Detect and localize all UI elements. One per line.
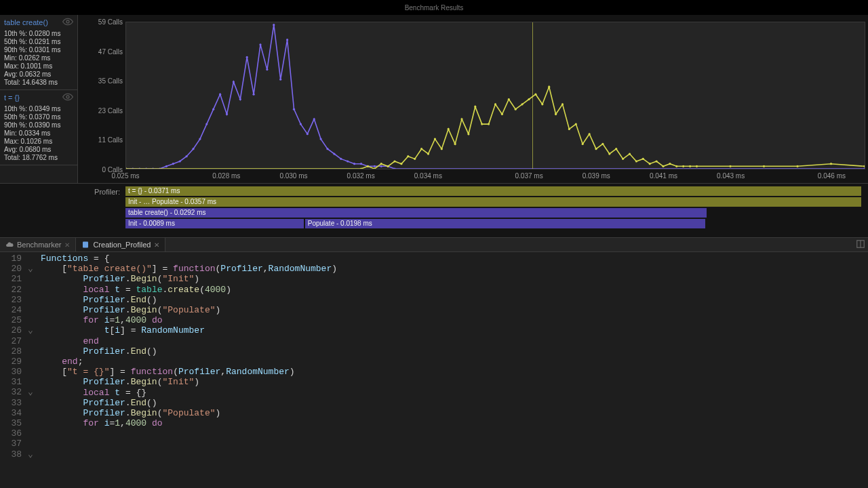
profiler-bar[interactable]: Init - 0.0089 ms xyxy=(125,219,304,228)
code-line[interactable]: Profiler.Begin("Init") xyxy=(41,377,868,387)
code-line[interactable]: Profiler.Begin("Populate") xyxy=(41,305,868,315)
fold-toggle[interactable]: ⌄ xyxy=(26,325,35,336)
svg-point-84 xyxy=(622,158,624,160)
x-tick: 0.030 ms xyxy=(279,172,307,180)
benchmark-panel: table create() 10th %: 0.0280 ms 50th %:… xyxy=(0,15,868,183)
code-editor[interactable]: 1920212223242526272829303132333435363738… xyxy=(0,252,868,488)
svg-point-68 xyxy=(515,108,517,110)
svg-point-0 xyxy=(66,20,69,23)
tab-label: Creation_Profiled xyxy=(93,241,151,249)
close-icon[interactable]: ✕ xyxy=(64,241,70,249)
svg-point-62 xyxy=(474,106,476,108)
profiler-bar[interactable]: t = {} - 0.0371 ms xyxy=(125,186,861,196)
chart-plot-area[interactable] xyxy=(125,22,865,169)
svg-point-90 xyxy=(662,165,664,167)
svg-point-60 xyxy=(460,118,462,120)
profiler-label: Profiler: xyxy=(0,184,125,237)
code-line[interactable]: local t = {} xyxy=(41,388,868,398)
svg-point-33 xyxy=(333,152,335,155)
svg-point-45 xyxy=(360,167,362,169)
svg-point-52 xyxy=(407,155,409,157)
svg-point-77 xyxy=(575,123,577,125)
svg-point-92 xyxy=(675,165,677,167)
stat-line: 10th %: 0.0349 ms xyxy=(4,105,73,113)
profiler-bars[interactable]: t = {} - 0.0371 msInit - … Populate - 0.… xyxy=(125,184,868,237)
svg-point-83 xyxy=(615,148,617,150)
split-editor-icon[interactable] xyxy=(856,239,865,250)
code-line[interactable]: t[i] = RandomNumber xyxy=(41,325,868,336)
svg-point-44 xyxy=(126,167,127,169)
y-axis: 0 Calls11 Calls23 Calls35 Calls47 Calls5… xyxy=(92,22,125,169)
code-line[interactable]: local t = table.create(4000) xyxy=(41,285,868,295)
fold-toggle[interactable]: ⌄ xyxy=(26,387,35,397)
svg-point-74 xyxy=(555,113,557,115)
svg-point-36 xyxy=(353,163,355,165)
code-line[interactable]: Profiler.Begin("Populate") xyxy=(41,408,868,418)
svg-point-43 xyxy=(863,167,865,169)
svg-point-75 xyxy=(561,103,564,105)
svg-point-22 xyxy=(259,43,261,45)
histogram-chart[interactable]: 0 Calls11 Calls23 Calls35 Calls47 Calls5… xyxy=(78,15,868,183)
svg-point-72 xyxy=(541,103,543,105)
code-line[interactable]: Functions = { xyxy=(41,253,868,264)
code-line[interactable]: Profiler.End() xyxy=(41,398,868,408)
y-tick: 11 Calls xyxy=(98,136,123,144)
profiler-bar[interactable]: Init - … Populate - 0.0357 ms xyxy=(125,197,861,207)
code-area[interactable]: Functions = { ["table create()"] = funct… xyxy=(35,252,868,488)
svg-point-14 xyxy=(205,123,208,125)
svg-point-13 xyxy=(199,138,201,140)
svg-point-24 xyxy=(273,24,275,26)
y-tick: 47 Calls xyxy=(98,47,123,55)
code-line[interactable]: end; xyxy=(41,357,868,367)
fold-toggle[interactable]: ⌄ xyxy=(26,264,35,274)
y-tick: 23 Calls xyxy=(98,106,123,114)
code-line[interactable]: ["table create()"] = function(Profiler,R… xyxy=(41,264,868,274)
svg-point-69 xyxy=(521,103,524,105)
svg-point-27 xyxy=(293,108,295,110)
code-line[interactable]: Profiler.Begin("Init") xyxy=(41,274,868,284)
x-tick: 0.028 ms xyxy=(212,172,240,180)
svg-point-53 xyxy=(414,158,416,160)
editor-tab[interactable]: Benchmarker✕ xyxy=(0,238,76,251)
stat-title[interactable]: table create() xyxy=(4,18,48,26)
code-line[interactable]: Profiler.End() xyxy=(41,295,868,305)
svg-point-64 xyxy=(488,123,490,125)
fold-gutter[interactable]: ⌄⌄⌄⌄ xyxy=(26,252,35,488)
visibility-icon[interactable] xyxy=(62,92,73,104)
code-line[interactable]: for i=1,4000 do xyxy=(41,315,868,325)
visibility-icon[interactable] xyxy=(62,16,73,28)
svg-point-37 xyxy=(360,163,362,165)
code-line[interactable]: Profiler.End() xyxy=(41,346,868,357)
svg-point-42 xyxy=(393,167,395,169)
stat-line: Total: 18.7762 ms xyxy=(4,154,73,162)
svg-point-57 xyxy=(441,148,443,150)
close-icon[interactable]: ✕ xyxy=(154,241,159,249)
svg-point-17 xyxy=(226,113,228,115)
svg-point-51 xyxy=(400,163,402,165)
profiler-bar[interactable]: Populate - 0.0198 ms xyxy=(305,219,705,228)
svg-point-39 xyxy=(374,165,376,167)
stat-title[interactable]: t = {} xyxy=(4,94,20,102)
stat-line: 90th %: 0.0390 ms xyxy=(4,121,73,129)
code-line[interactable]: end xyxy=(41,336,868,346)
svg-point-66 xyxy=(501,113,503,115)
svg-point-94 xyxy=(689,165,691,167)
svg-point-28 xyxy=(300,123,302,125)
editor-tab[interactable]: Creation_Profiled✕ xyxy=(76,238,165,251)
svg-point-9 xyxy=(172,163,174,165)
chart-cursor[interactable] xyxy=(532,22,533,169)
profiler-bar[interactable]: table create() - 0.0292 ms xyxy=(125,208,707,218)
code-line[interactable]: ["t = {}"] = function(Profiler,RandomNum… xyxy=(41,367,868,377)
code-line[interactable]: for i=1,4000 do xyxy=(41,418,868,428)
stat-line: 50th %: 0.0370 ms xyxy=(4,113,73,121)
series-line xyxy=(126,25,865,169)
fold-toggle[interactable]: ⌄ xyxy=(26,449,35,460)
svg-point-58 xyxy=(448,128,450,130)
svg-point-48 xyxy=(380,163,382,165)
svg-point-16 xyxy=(219,94,221,96)
svg-point-32 xyxy=(326,148,328,150)
svg-point-89 xyxy=(656,160,658,162)
svg-point-56 xyxy=(434,138,436,140)
stat-line: Min: 0.0262 ms xyxy=(4,54,73,62)
x-tick: 0.034 ms xyxy=(414,172,442,180)
